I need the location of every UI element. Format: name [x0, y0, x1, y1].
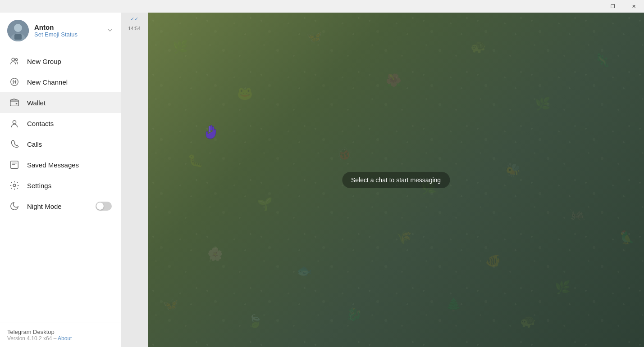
- sidebar-footer: Telegram Desktop Version 4.10.2 x64 – Ab…: [0, 323, 121, 347]
- profile-info: Anton Set Emoji Status: [34, 23, 101, 38]
- maximize-button[interactable]: ❐: [603, 0, 623, 13]
- svg-point-1: [14, 24, 22, 32]
- menu-item-calls[interactable]: Calls: [0, 134, 121, 154]
- menu-item-saved-messages[interactable]: Saved Messages: [0, 154, 121, 175]
- version-label: Version 4.10.2 x64 – About: [7, 335, 114, 342]
- svg-point-10: [13, 184, 16, 187]
- calls-label: Calls: [27, 140, 112, 148]
- app-name-label: Telegram Desktop: [7, 329, 114, 335]
- calls-icon: [9, 139, 20, 149]
- new-channel-label: New Channel: [27, 78, 112, 86]
- minimize-button[interactable]: —: [582, 0, 603, 13]
- wallet-icon: [9, 97, 20, 108]
- svg-point-5: [15, 59, 18, 61]
- contacts-label: Contacts: [27, 120, 112, 127]
- night-mode-label: Night Mode: [27, 203, 88, 210]
- wallet-label: Wallet: [27, 99, 112, 107]
- saved-messages-icon: [9, 159, 20, 170]
- profile-header[interactable]: Anton Set Emoji Status: [0, 13, 121, 47]
- app-container: Anton Set Emoji Status: [0, 13, 644, 347]
- version-text: Version 4.10.2 x64 –: [7, 335, 58, 342]
- chevron-down-icon[interactable]: [106, 27, 114, 35]
- profile-status[interactable]: Set Emoji Status: [34, 31, 101, 38]
- new-group-label: New Group: [27, 58, 112, 65]
- svg-rect-3: [14, 34, 22, 40]
- svg-rect-7: [16, 103, 18, 104]
- close-button[interactable]: ✕: [623, 0, 644, 13]
- night-mode-toggle[interactable]: [96, 202, 112, 211]
- group-icon: [9, 56, 20, 67]
- chat-checkmarks: ✓✓: [130, 16, 138, 22]
- svg-rect-6: [10, 100, 18, 106]
- moon-icon: [9, 201, 20, 212]
- main-area: 🌿 🐸 🦋 🌺 🐢 🌿 🦎 🐛 🌱 🐞 🌿 🐝 🦗 🌸 🐟 🌾 🐠 🌿 🦜: [148, 13, 644, 347]
- pattern-layer: 🌿 🐸 🦋 🌺 🐢 🌿 🦎 🐛 🌱 🐞 🌿 🐝 🦗 🌸 🐟 🌾 🐠 🌿 🦜: [148, 13, 644, 347]
- contacts-icon: [9, 118, 20, 129]
- menu-item-new-channel[interactable]: New Channel: [0, 72, 121, 92]
- sidebar: Anton Set Emoji Status: [0, 13, 121, 347]
- menu-item-wallet[interactable]: Wallet: [0, 92, 121, 113]
- menu-item-contacts[interactable]: Contacts: [0, 113, 121, 134]
- menu-list: New Group New Channel: [0, 47, 121, 323]
- chat-time: 14:54: [126, 24, 142, 33]
- chat-panel: ✓✓ 14:54: [121, 13, 148, 347]
- menu-item-new-group[interactable]: New Group: [0, 51, 121, 72]
- saved-messages-label: Saved Messages: [27, 161, 112, 169]
- about-link[interactable]: About: [58, 335, 72, 342]
- menu-item-settings[interactable]: Settings: [0, 175, 121, 196]
- settings-label: Settings: [27, 182, 112, 189]
- channel-icon: [9, 77, 20, 87]
- chat-background: 🌿 🐸 🦋 🌺 🐢 🌿 🦎 🐛 🌱 🐞 🌿 🐝 🦗 🌸 🐟 🌾 🐠 🌿 🦜: [148, 13, 644, 347]
- night-mode-toggle-container: [96, 202, 112, 211]
- profile-name: Anton: [34, 23, 101, 31]
- svg-point-8: [13, 121, 16, 124]
- settings-icon: [9, 180, 20, 191]
- avatar[interactable]: [7, 20, 29, 41]
- svg-point-4: [12, 58, 14, 61]
- titlebar: — ❐ ✕: [0, 0, 644, 13]
- menu-item-night-mode[interactable]: Night Mode: [0, 196, 121, 216]
